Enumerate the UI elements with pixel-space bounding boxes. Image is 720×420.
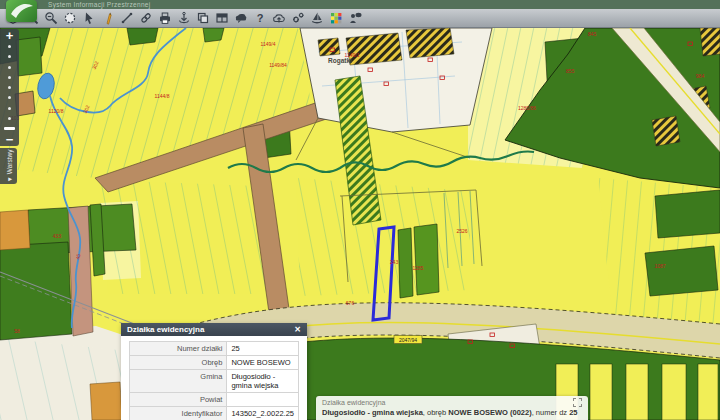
panels-icon[interactable] xyxy=(215,11,229,25)
layers-tab-label: ▼ Warstwy xyxy=(5,150,12,183)
parcel-label: 1120/8 xyxy=(49,108,64,114)
help-icon[interactable]: ? xyxy=(253,11,267,25)
parcel-label: 1149/4 xyxy=(261,41,276,47)
selection-info-bar: Działka ewidencyjna Długosiodło - gmina … xyxy=(316,396,588,420)
print-icon[interactable] xyxy=(158,11,172,25)
app-logo-icon[interactable] xyxy=(6,0,37,22)
zoom-slider-handle[interactable] xyxy=(4,127,15,130)
map-zoom-control: + − xyxy=(0,29,19,146)
popup-header[interactable]: Działka ewidencyjna ✕ xyxy=(121,323,307,336)
svg-text:?: ? xyxy=(257,12,264,24)
app-header: System Informacji Przestrzennej xyxy=(0,0,720,9)
selection-summary: Długosiodło - gmina wiejska, obręb NOWE … xyxy=(322,408,582,417)
parcel-label: 984 xyxy=(696,73,705,79)
table-row: GminaDługosiodło - gmina wiejska xyxy=(130,370,299,393)
palette-icon[interactable] xyxy=(329,11,343,25)
link-icon[interactable] xyxy=(139,11,153,25)
parcel-label: 2526 xyxy=(456,228,467,234)
table-row: Numer działki25 xyxy=(130,342,299,356)
parcel-label: 855 xyxy=(566,68,575,74)
comment-icon[interactable] xyxy=(234,11,248,25)
zoom-slider[interactable] xyxy=(4,42,15,133)
parcel-label: 1087 xyxy=(654,263,665,269)
parcel-label: 1144/8 xyxy=(155,93,170,99)
parcel-info-popup: Działka ewidencyjna ✕ Numer działki25 Ob… xyxy=(121,323,307,420)
parcel-label: 676 xyxy=(346,300,355,306)
parcel-label: 58 xyxy=(14,328,20,334)
measure-icon[interactable] xyxy=(101,11,115,25)
settings-icon[interactable] xyxy=(291,11,305,25)
parcel-label: 1149/84 xyxy=(269,62,287,68)
anchor-icon[interactable] xyxy=(177,11,191,25)
draw-line-icon[interactable] xyxy=(120,11,134,25)
copy-icon[interactable] xyxy=(196,11,210,25)
parcel-label: 1285 xyxy=(412,265,423,271)
layers-panel-tab[interactable]: ▼ Warstwy xyxy=(0,148,17,184)
table-row: Powiat xyxy=(130,393,299,407)
village-label: Rogatki xyxy=(328,57,352,65)
zoom-out-icon[interactable] xyxy=(44,11,58,25)
close-icon[interactable]: ✕ xyxy=(294,323,301,336)
popup-title: Działka ewidencyjna xyxy=(127,323,204,336)
panel-expand-icon[interactable] xyxy=(573,398,582,407)
table-row: Identyfikator143502_2.0022.25 xyxy=(130,407,299,420)
select-area-icon[interactable] xyxy=(63,11,77,25)
road-number-label: 2047/94 xyxy=(399,337,417,343)
parcel-attributes-table: Numer działki25 ObrębNOWE BOSEWO GminaDł… xyxy=(129,341,299,420)
parcel-label: 1280/86 xyxy=(518,105,536,111)
toolbar: ? xyxy=(0,9,720,28)
sailboat-icon[interactable] xyxy=(310,11,324,25)
app-title: System Informacji Przestrzennej xyxy=(48,1,151,8)
pointer-icon[interactable] xyxy=(82,11,96,25)
info-bar-title: Działka ewidencyjna xyxy=(322,399,385,406)
zoom-out-button[interactable]: − xyxy=(6,133,14,146)
parcel-label: 243 xyxy=(390,259,399,265)
parcel-label: 845 xyxy=(588,31,597,37)
map-canvas[interactable]: 1149/41149/841149/18458551280/8630230211… xyxy=(0,28,720,420)
user-note-icon[interactable] xyxy=(348,11,362,25)
village-area xyxy=(300,28,492,132)
zoom-in-button[interactable]: + xyxy=(6,29,14,42)
table-row: ObrębNOWE BOSEWO xyxy=(130,356,299,370)
parcel-label: 433 xyxy=(53,233,62,239)
cloud-upload-icon[interactable] xyxy=(272,11,286,25)
